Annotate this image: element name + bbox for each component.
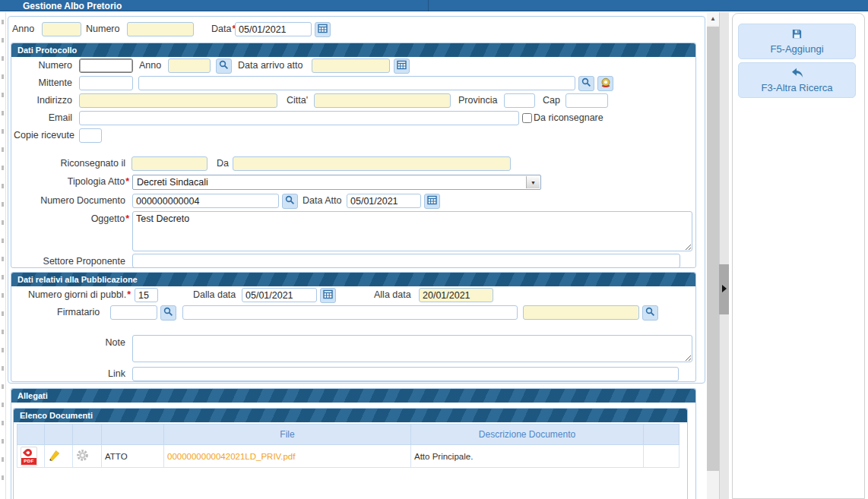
protocollo-numero-label: Numero [34,58,72,73]
required-marker: * [125,176,129,187]
link-input[interactable] [132,367,679,381]
protocollo-search-button[interactable] [216,58,232,74]
mittente-search-button[interactable] [578,76,594,91]
numero-documento-input[interactable] [132,194,279,208]
col-header-file: File [164,425,411,445]
scrollbar-thumb[interactable] [707,27,719,471]
data-input[interactable] [235,22,312,36]
elenco-documenti-header: Elenco Documenti [14,409,687,422]
riconsegnato-input[interactable] [131,156,207,171]
giorni-pubbl-input[interactable] [135,288,158,302]
numero-input[interactable] [127,22,194,36]
f3-altra-ricerca-button[interactable]: F3-Altra Ricerca [738,62,856,98]
note-label: Note [87,336,125,350]
link-label: Link [87,367,125,381]
data-label: Data* [211,22,236,36]
top-bar-seam [428,0,429,11]
copie-ricevute-label: Copie ricevute [14,128,72,143]
alla-data-input[interactable] [419,288,493,302]
protocollo-numero-input[interactable] [79,58,133,73]
firmatario-code-input[interactable] [110,305,157,320]
alla-data-label: Alla data [374,288,411,302]
save-floppy-icon [791,28,803,42]
anno-label: Anno [12,22,34,36]
tipologia-selected-value: Decreti Sindacali [137,175,208,189]
f5-aggiungi-button[interactable]: F5-Aggiungi [738,24,856,59]
allegati-header: Allegati [11,389,695,403]
tipologia-select[interactable]: Decreti Sindacali ▼ [132,175,541,190]
dalla-data-calendar-button[interactable] [320,288,336,303]
settore-proponente-input[interactable] [132,254,680,268]
f5-aggiungi-label: F5-Aggiungi [770,43,823,55]
chevron-down-icon: ▼ [526,176,540,188]
mittente-code-input[interactable] [79,76,133,90]
search-icon [163,307,173,319]
data-arrivo-input[interactable] [312,58,390,73]
riconsegnato-label: Riconsegnato il [46,156,125,171]
italy-emblem-icon [600,77,611,90]
gear-icon[interactable] [76,454,89,463]
col-header-descrizione: Descrizione Documento [411,425,644,445]
required-marker: * [127,289,131,300]
data-arrivo-label: Data arrivo atto [238,58,303,73]
anno-input[interactable] [42,22,81,36]
data-calendar-button[interactable] [315,22,331,37]
dalla-data-input[interactable] [242,288,317,302]
protocollo-anno-input[interactable] [168,58,211,73]
cap-label: Cap [543,93,560,108]
edit-pencil-icon[interactable] [48,454,61,463]
calendar-icon [318,24,328,36]
oggetto-label: Oggetto* [74,212,129,226]
mittente-name-input[interactable] [138,76,575,90]
f3-altra-ricerca-label: F3-Altra Ricerca [762,82,833,93]
required-marker: * [125,213,129,224]
calendar-icon [323,289,333,302]
documenti-table: File Descrizione Documento PDF ATTO 0000… [17,424,680,468]
scrollbar-up-button[interactable]: ▲ [707,12,719,25]
search-icon [285,195,295,207]
panel-splitter [719,12,729,499]
search-icon [645,307,655,319]
da-label: Da [217,156,229,171]
firmatario-extra-input[interactable] [523,305,639,320]
data-atto-calendar-button[interactable] [424,194,440,209]
cap-input[interactable] [565,93,608,108]
copie-ricevute-input[interactable] [79,128,102,143]
note-textarea[interactable] [132,335,692,362]
da-riconsegnare-checkbox[interactable] [522,113,532,123]
firmatario-search-button[interactable] [160,305,176,321]
settore-proponente-label: Settore Proponente [23,254,125,269]
splitter-collapse-icon[interactable] [722,285,727,292]
mittente-label: Mittente [33,76,72,90]
provincia-label: Provincia [458,93,497,108]
tipologia-label: Tipologia Atto* [36,175,129,189]
numero-documento-search-button[interactable] [282,194,298,209]
dalla-data-label: Dalla data [193,288,236,302]
data-arrivo-calendar-button[interactable] [394,58,410,74]
documento-row: PDF ATTO 0000000000042021LD_PRIV.pdf Att… [17,445,680,468]
documento-file-link[interactable]: 0000000000042021LD_PRIV.pdf [167,452,295,461]
documenti-header-row: File Descrizione Documento [17,425,680,445]
firmatario-extra-search-button[interactable] [642,305,658,321]
back-arrow-icon [791,68,803,81]
giorni-pubbl-label: Numero giorni di pubbl.* [15,288,131,302]
indirizzo-input[interactable] [79,93,277,108]
calendar-icon [397,60,407,72]
firmatario-name-input[interactable] [182,305,518,320]
calendar-icon [427,195,437,207]
page-edge-artifact [0,12,6,499]
window-title: Gestione Albo Pretorio [23,1,122,12]
citta-input[interactable] [314,93,451,108]
provincia-input[interactable] [504,93,535,108]
data-atto-label: Data Atto [303,194,341,208]
pdf-file-icon[interactable]: PDF [21,447,37,466]
da-input[interactable] [233,156,511,171]
indirizzo-label: Indirizzo [27,93,72,108]
firmatario-label: Firmatario [57,305,100,320]
citta-label: Citta' [287,93,308,108]
anagrafe-emblem-button[interactable] [597,76,613,91]
oggetto-textarea[interactable]: Test Decreto [132,211,692,251]
data-atto-input[interactable] [347,194,421,208]
email-input[interactable] [79,111,519,125]
documento-descrizione: Atto Principale. [411,445,644,468]
